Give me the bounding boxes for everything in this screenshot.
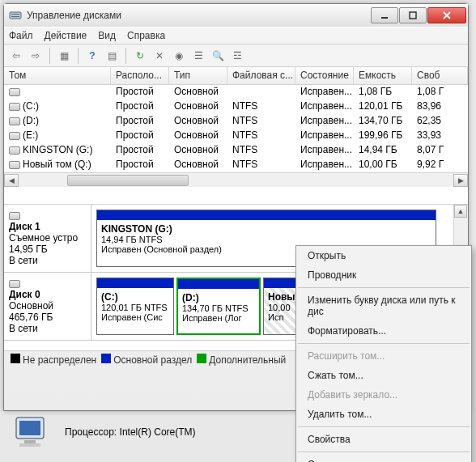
ctx-help[interactable]: Справка <box>296 455 471 462</box>
table-row[interactable]: (D:)ПростойОсновнойNTFSИсправен...134,70… <box>4 114 468 129</box>
separator <box>78 48 79 64</box>
menu-view[interactable]: Вид <box>98 30 116 41</box>
partition[interactable]: (D:)134,70 ГБ NTFSИсправен (Лог <box>176 278 261 335</box>
table-row[interactable]: KINGSTON (G:)ПростойОсновнойNTFSИсправен… <box>4 143 468 158</box>
separator <box>298 287 470 288</box>
disk-info: Диск 0Основной465,76 ГБВ сети <box>4 273 91 340</box>
partition-body: (D:)134,70 ГБ NTFSИсправен (Лог <box>178 289 259 333</box>
menu-action[interactable]: Действие <box>45 30 87 41</box>
ctx-open[interactable]: Открыть <box>296 246 471 265</box>
volume-icon <box>9 103 20 111</box>
col-layout[interactable]: Располо... <box>111 67 169 84</box>
legend-primary: Основной раздел <box>101 354 192 366</box>
col-type[interactable]: Тип <box>169 67 227 84</box>
disk-icon <box>9 212 20 220</box>
volume-rows: ПростойОсновнойИсправен...1,08 ГБ1,08 Г(… <box>4 85 468 172</box>
column-headers: Том Располо... Тип Файловая с... Состоян… <box>4 67 468 85</box>
ctx-shrink[interactable]: Сжать том... <box>296 366 471 385</box>
delete-icon[interactable]: ✕ <box>152 49 167 63</box>
scroll-left-icon[interactable]: ◀ <box>4 174 19 187</box>
minimize-button[interactable] <box>371 7 398 23</box>
details-icon[interactable]: ▤ <box>104 49 119 63</box>
properties-icon[interactable]: ☰ <box>191 49 206 63</box>
scroll-thumb[interactable] <box>67 175 189 186</box>
ctx-extend: Расширить том... <box>296 346 471 366</box>
col-volume[interactable]: Том <box>4 67 111 84</box>
volume-list: Том Располо... Тип Файловая с... Состоян… <box>4 67 468 205</box>
disk-info: Диск 1Съемное устро14,95 ГБВ сети <box>4 205 91 272</box>
volume-icon <box>9 146 20 155</box>
svg-rect-10 <box>19 443 40 447</box>
partition-body: (C:)120,01 ГБ NTFSИсправен (Сис <box>97 288 173 334</box>
svg-rect-4 <box>410 12 416 19</box>
volume-icon <box>9 88 20 96</box>
partition[interactable]: (C:)120,01 ГБ NTFSИсправен (Сис <box>96 278 174 335</box>
context-menu: Открыть Проводник Изменить букву диска и… <box>295 245 472 462</box>
ctx-explorer[interactable]: Проводник <box>296 265 471 285</box>
separator <box>49 48 50 64</box>
ctx-delete[interactable]: Удалить том... <box>296 405 471 424</box>
legend-unallocated: Не распределен <box>11 354 96 366</box>
cpu-info: Процессор: Intel(R) Core(TM) <box>65 426 196 438</box>
settings-icon[interactable]: ☲ <box>230 49 244 63</box>
partition-bar <box>97 278 173 288</box>
ctx-properties[interactable]: Свойства <box>296 430 471 449</box>
refresh-icon[interactable]: ↻ <box>133 49 147 63</box>
separator <box>125 48 126 64</box>
help-icon[interactable]: ? <box>85 49 100 63</box>
menu-file[interactable]: Файл <box>9 30 33 41</box>
separator <box>298 426 470 427</box>
table-row[interactable]: (E:)ПростойОсновнойNTFSИсправен...199,96… <box>4 129 468 143</box>
close-button[interactable] <box>427 7 466 23</box>
svg-rect-2 <box>11 16 19 17</box>
scroll-right-icon[interactable]: ▶ <box>453 174 468 187</box>
partition-bar <box>178 279 259 289</box>
cpu-value: Intel(R) Core(TM) <box>120 426 196 438</box>
ctx-format[interactable]: Форматировать... <box>296 321 471 341</box>
app-icon <box>9 9 22 22</box>
menu-help[interactable]: Справка <box>127 30 165 41</box>
panel-icon[interactable]: ▦ <box>57 49 71 63</box>
separator <box>298 451 470 452</box>
volume-icon <box>9 117 20 125</box>
ctx-change-letter[interactable]: Изменить букву диска или путь к дис <box>296 290 471 321</box>
ctx-add-mirror: Добавить зеркало... <box>296 385 471 405</box>
back-icon[interactable]: ⇦ <box>9 49 23 63</box>
table-row[interactable]: Новый том (Q:)ПростойОсновнойNTFSИсправе… <box>4 158 468 172</box>
disk-icon <box>9 280 20 288</box>
toolbar: ⇦ ⇨ ▦ ? ▤ ↻ ✕ ◉ ☰ 🔍 ☲ <box>4 45 468 67</box>
scroll-up-icon[interactable]: ▲ <box>454 205 467 218</box>
svg-rect-9 <box>24 440 36 443</box>
horizontal-scrollbar[interactable]: ◀ ▶ <box>4 172 468 187</box>
window-title: Управление дисками <box>27 10 370 21</box>
volume-icon <box>9 132 20 140</box>
titlebar[interactable]: Управление дисками <box>4 4 468 27</box>
volume-icon <box>9 161 20 169</box>
cpu-label: Процессор: <box>65 426 117 438</box>
col-fs[interactable]: Файловая с... <box>227 67 295 84</box>
rescan-icon[interactable]: ◉ <box>172 49 186 63</box>
table-row[interactable]: (C:)ПростойОсновнойNTFSИсправен...120,01… <box>4 100 468 114</box>
col-status[interactable]: Состояние <box>295 67 354 84</box>
menubar: Файл Действие Вид Справка <box>4 27 468 45</box>
col-free[interactable]: Своб <box>412 67 468 84</box>
col-capacity[interactable]: Емкость <box>354 67 412 84</box>
svg-rect-0 <box>10 12 21 19</box>
table-row[interactable]: ПростойОсновнойИсправен...1,08 ГБ1,08 Г <box>4 85 468 100</box>
partition-bar <box>97 210 436 220</box>
svg-rect-1 <box>11 14 19 15</box>
maximize-button[interactable] <box>399 7 427 23</box>
svg-rect-8 <box>19 421 40 435</box>
forward-icon[interactable]: ⇨ <box>28 49 43 63</box>
separator <box>298 343 470 344</box>
search-icon[interactable]: 🔍 <box>210 49 225 63</box>
legend-extended: Дополнительный <box>197 354 286 366</box>
computer-icon <box>11 414 55 450</box>
